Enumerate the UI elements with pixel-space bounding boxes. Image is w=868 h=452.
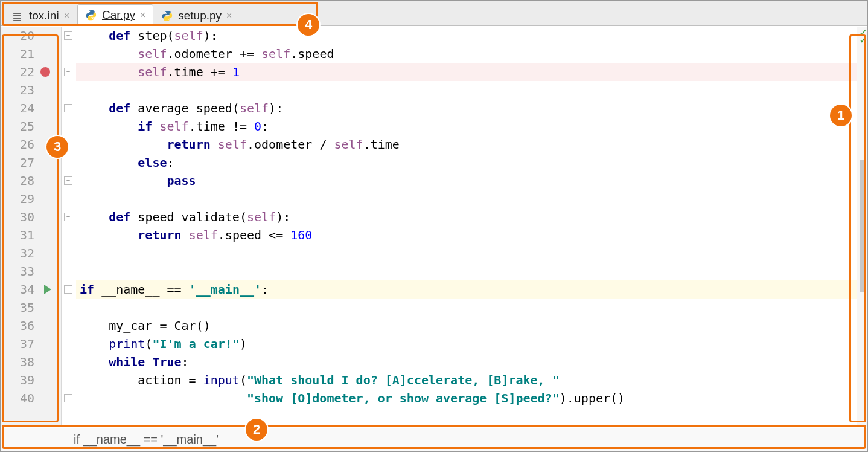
- code-line[interactable]: def step(self):: [76, 27, 867, 45]
- breakpoint-icon[interactable]: [40, 67, 50, 77]
- run-marker-icon[interactable]: [44, 285, 51, 294]
- gutter-line[interactable]: 38: [1, 353, 61, 371]
- fold-toggle-icon[interactable]: −: [64, 68, 72, 76]
- code-line[interactable]: def speed_validate(self):: [76, 208, 867, 226]
- fold-toggle-icon[interactable]: −: [64, 104, 72, 112]
- gutter-line[interactable]: 35: [1, 299, 61, 317]
- code-line[interactable]: return self.odometer / self.time: [76, 135, 867, 153]
- code-line[interactable]: [76, 244, 867, 262]
- code-line[interactable]: self.time += 1: [76, 63, 867, 81]
- code-line[interactable]: if __name__ == '__main__':: [76, 280, 867, 299]
- annotation-callout: 3: [46, 136, 68, 158]
- tab-label: tox.ini: [29, 9, 59, 22]
- gutter-line[interactable]: 20: [1, 27, 61, 45]
- close-icon[interactable]: ×: [64, 10, 69, 21]
- tab-label: Car.py: [102, 8, 135, 22]
- gutter-line[interactable]: 34: [1, 280, 61, 299]
- svg-point-1: [92, 18, 94, 19]
- ini-file-icon: [12, 10, 24, 22]
- code-line[interactable]: "show [O]dometer, or show average [S]pee…: [76, 389, 867, 407]
- code-line[interactable]: else:: [76, 153, 867, 172]
- scrollbar-thumb[interactable]: [860, 160, 866, 292]
- close-icon[interactable]: ×: [140, 10, 145, 21]
- scrollbar-track[interactable]: ✓✓: [857, 27, 867, 427]
- fold-toggle-icon[interactable]: −: [64, 31, 72, 40]
- svg-point-0: [89, 11, 91, 13]
- gutter-line[interactable]: 32: [1, 244, 61, 262]
- annotation-callout: 1: [830, 105, 852, 126]
- code-line[interactable]: def average_speed(self):: [76, 99, 867, 117]
- python-file-icon: [161, 10, 173, 22]
- code-line[interactable]: return self.speed <= 160: [76, 226, 867, 244]
- code-line[interactable]: while True:: [76, 353, 867, 371]
- code-line[interactable]: self.odometer += self.speed: [76, 45, 867, 63]
- gutter-line[interactable]: 37: [1, 335, 61, 353]
- gutter-line[interactable]: 33: [1, 262, 61, 280]
- line-gutter[interactable]: 2021222324252627282930313233343536373839…: [1, 27, 62, 427]
- gutter-line[interactable]: 36: [1, 317, 61, 335]
- editor-tab[interactable]: setup.py×: [153, 4, 240, 26]
- code-line[interactable]: if self.time != 0:: [76, 117, 867, 135]
- gutter-line[interactable]: 22: [1, 63, 61, 81]
- annotation-callout: 2: [246, 419, 267, 441]
- gutter-line[interactable]: 31: [1, 226, 61, 244]
- fold-column[interactable]: −−−−−−−: [62, 27, 76, 427]
- gutter-line[interactable]: 25: [1, 117, 61, 135]
- svg-point-2: [165, 11, 167, 13]
- code-area[interactable]: def step(self): self.odometer += self.sp…: [76, 27, 867, 427]
- close-icon[interactable]: ×: [226, 10, 232, 21]
- gutter-line[interactable]: 23: [1, 81, 61, 99]
- gutter-line[interactable]: 40: [1, 389, 61, 407]
- code-line[interactable]: [76, 81, 867, 99]
- gutter-line[interactable]: 21: [1, 45, 61, 63]
- gutter-line[interactable]: 24: [1, 99, 61, 117]
- code-line[interactable]: [76, 190, 867, 208]
- editor-region: 2021222324252627282930313233343536373839…: [1, 27, 867, 427]
- python-file-icon: [85, 9, 97, 21]
- gutter-line[interactable]: 30: [1, 208, 61, 226]
- breadcrumb-text: if __name__ == '__main__': [74, 433, 219, 447]
- code-line[interactable]: print("I'm a car!"): [76, 335, 867, 353]
- tab-label: setup.py: [178, 9, 222, 22]
- breadcrumb-bar[interactable]: if __name__ == '__main__': [1, 428, 867, 451]
- code-line[interactable]: pass: [76, 172, 867, 190]
- inspection-ok-icon: ✓✓: [859, 29, 866, 44]
- editor-tab[interactable]: Car.py×: [77, 4, 153, 26]
- editor-tab[interactable]: tox.ini×: [4, 4, 77, 26]
- fold-toggle-icon[interactable]: −: [64, 285, 72, 294]
- editor-tab-bar: tox.ini×Car.py×setup.py×: [1, 1, 867, 26]
- code-line[interactable]: [76, 299, 867, 317]
- gutter-line[interactable]: 39: [1, 371, 61, 389]
- fold-toggle-icon[interactable]: −: [64, 176, 72, 185]
- code-line[interactable]: [76, 262, 867, 280]
- annotation-callout: 4: [298, 14, 319, 36]
- fold-toggle-icon[interactable]: −: [64, 213, 72, 221]
- gutter-line[interactable]: 28: [1, 172, 61, 190]
- gutter-line[interactable]: 29: [1, 190, 61, 208]
- svg-point-3: [168, 18, 170, 19]
- code-line[interactable]: action = input("What should I do? [A]cce…: [76, 371, 867, 389]
- fold-toggle-icon[interactable]: −: [64, 394, 72, 402]
- code-line[interactable]: my_car = Car(): [76, 317, 867, 335]
